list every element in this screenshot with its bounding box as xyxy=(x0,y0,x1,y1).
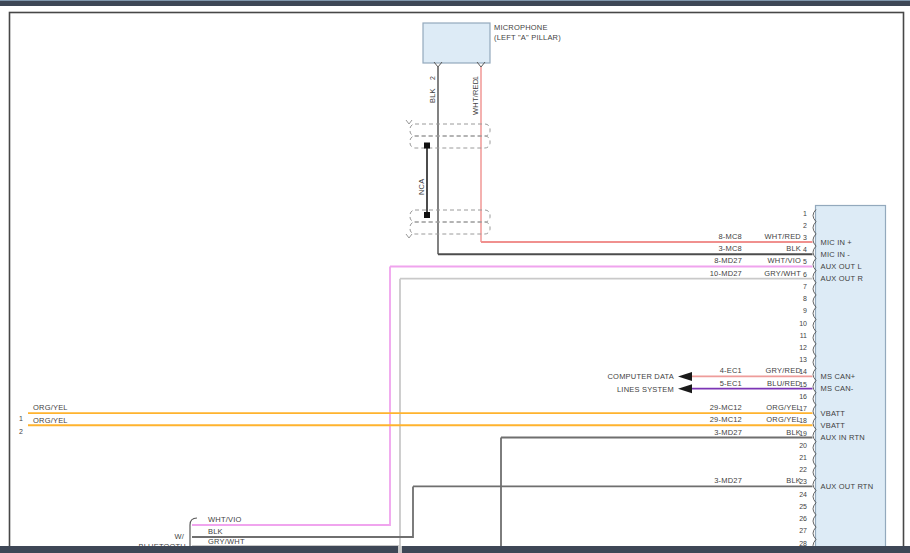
wire-color-label: BLU/RED xyxy=(767,379,801,388)
window-bottom-bar xyxy=(0,546,910,553)
pin-number: 10 xyxy=(799,320,807,327)
left-wire-number: 1 xyxy=(19,415,23,422)
pin-number: 25 xyxy=(799,503,807,510)
bluetooth-qualifier-1: W/ xyxy=(174,532,184,541)
pin-number: 6 xyxy=(803,271,807,278)
pin-number: 22 xyxy=(799,466,807,473)
wire-color-label: GRY/WHT xyxy=(764,269,801,278)
pin-number: 4 xyxy=(803,246,807,253)
bluetooth-wire-label: WHT/VIO xyxy=(208,515,241,524)
wire-circuit-label: 8-MD27 xyxy=(714,256,742,265)
pin-function-label: AUX OUT R xyxy=(821,274,864,283)
wire-circuit-label: 8-MC8 xyxy=(718,232,742,241)
wire-circuit-label: 3-MD27 xyxy=(714,428,742,437)
wire-whtvio-run xyxy=(192,266,390,525)
pin-number: 21 xyxy=(799,454,807,461)
wire-color-label: BLK xyxy=(786,476,801,485)
pin-number: 26 xyxy=(799,515,807,522)
pin-number: 7 xyxy=(803,283,807,290)
pin-function-label: VBATT xyxy=(821,421,846,430)
pin-number: 1 xyxy=(803,210,807,217)
microphone-box xyxy=(423,23,490,63)
pin-function-label: AUX IN RTN xyxy=(821,433,865,442)
pin-function-label: AUX OUT RTN xyxy=(821,482,874,491)
pin-number: 27 xyxy=(799,527,807,534)
connector-hook-icon xyxy=(406,234,412,238)
inline-connector-lower xyxy=(410,210,490,234)
nca-label: NCA xyxy=(417,179,426,195)
wire-circuit-label: 4-EC1 xyxy=(720,366,742,375)
connector-hook-icon xyxy=(406,120,412,124)
pin-number: 13 xyxy=(799,356,807,363)
wire-color-label: ORG/YEL xyxy=(766,403,801,412)
wire-circuit-label: 3-MC8 xyxy=(718,244,742,253)
pin-number: 24 xyxy=(799,491,807,498)
wire-crossing-notch xyxy=(398,546,402,553)
window-top-bar xyxy=(0,0,910,6)
computer-data-label-1: COMPUTER DATA xyxy=(608,372,675,381)
left-wire-label: ORG/YEL xyxy=(33,403,68,412)
offpage-arrow-icon xyxy=(678,372,692,381)
pin-number: 5 xyxy=(803,258,807,265)
wire-color-label: ORG/YEL xyxy=(766,415,801,424)
pin-function-label: MS CAN+ xyxy=(821,372,856,381)
nca-endpoint xyxy=(424,212,430,218)
pin-number: 11 xyxy=(800,332,807,339)
pin-function-label: AUX OUT L xyxy=(821,262,862,271)
pin-function-label: MIC IN - xyxy=(821,250,851,259)
wire-circuit-label: 3-MD27 xyxy=(714,476,742,485)
inline-connector-upper xyxy=(410,124,490,148)
mic-wire-label: WHT/RED xyxy=(471,78,480,115)
wire-color-label: WHT/RED xyxy=(765,232,802,241)
pin-number: 8 xyxy=(803,295,807,302)
bluetooth-wire-label: BLK xyxy=(208,527,223,536)
mic-pin-number: 2 xyxy=(429,76,436,80)
left-wire-number: 2 xyxy=(19,428,23,435)
wire-circuit-label: 5-EC1 xyxy=(720,379,742,388)
wire-color-label: BLK xyxy=(786,244,801,253)
wire-circuit-label: 29-MC12 xyxy=(710,415,742,424)
microphone-title: MICROPHONE xyxy=(494,23,548,32)
wire-circuit-label: 10-MD27 xyxy=(710,269,742,278)
diagram-viewport: MICROPHONE (LEFT "A" PILLAR) 2 1 BLK WHT… xyxy=(0,0,910,553)
wire-blk-run xyxy=(192,486,413,537)
offpage-arrow-icon xyxy=(678,384,692,393)
wiring-diagram: MICROPHONE (LEFT "A" PILLAR) 2 1 BLK WHT… xyxy=(0,0,910,553)
mic-wire-label: BLK xyxy=(428,88,437,103)
pin-number: 2 xyxy=(803,222,807,229)
bluetooth-wire-label: GRY/WHT xyxy=(208,537,245,546)
pin-function-label: VBATT xyxy=(821,409,846,418)
wire-color-label: BLK xyxy=(786,428,801,437)
microphone-subtitle: (LEFT "A" PILLAR) xyxy=(494,33,561,42)
wire-circuit-label: 29-MC12 xyxy=(710,403,742,412)
pin-number: 20 xyxy=(799,442,807,449)
wire-color-label: WHT/VIO xyxy=(768,256,801,265)
left-wire-label: ORG/YEL xyxy=(33,416,68,425)
pin-number: 16 xyxy=(799,393,807,400)
nca-endpoint xyxy=(424,143,430,149)
pin-number: 3 xyxy=(803,234,807,241)
diagram-frame xyxy=(10,13,904,550)
pin-number: 9 xyxy=(803,307,807,314)
pin-function-label: MS CAN- xyxy=(821,384,854,393)
computer-data-label-2: LINES SYSTEM xyxy=(617,385,674,394)
wire-color-label: GRY/RED xyxy=(766,366,802,375)
pin-number: 12 xyxy=(799,344,807,351)
pin-function-label: MIC IN + xyxy=(821,238,853,247)
